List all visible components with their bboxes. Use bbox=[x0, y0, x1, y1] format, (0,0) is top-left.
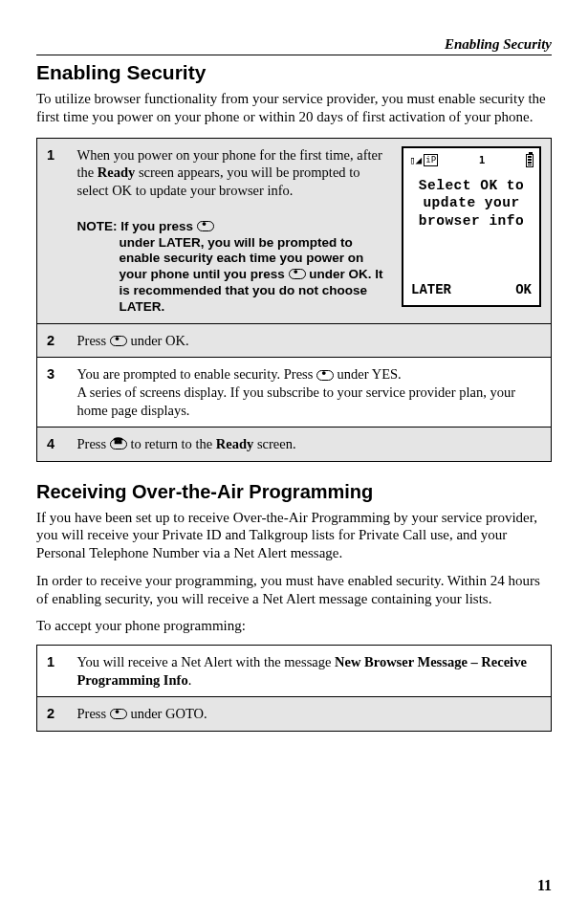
step3-text-c: A series of screens display. If you subs… bbox=[77, 384, 516, 418]
step3-content: You are prompted to enable security. Pre… bbox=[68, 358, 552, 428]
phone-icon bbox=[110, 439, 127, 450]
phone-line3: browser info bbox=[409, 212, 534, 230]
phone-line2: update your bbox=[409, 194, 534, 212]
step4-text-b: to return to the bbox=[127, 436, 216, 451]
step2-content: Press under OK. bbox=[68, 323, 552, 358]
phone-btn-later: LATER bbox=[411, 282, 451, 299]
s2-step2-a: Press bbox=[77, 706, 110, 721]
step1-content: ▯◢ iP 1 Select OK to update your browser… bbox=[68, 138, 552, 323]
button-icon bbox=[110, 336, 127, 346]
s2-step1-content: You will receive a Net Alert with the me… bbox=[68, 646, 552, 697]
note-a: If you press bbox=[120, 219, 197, 233]
button-icon bbox=[289, 269, 306, 279]
page-number: 11 bbox=[537, 877, 552, 894]
step1-num: 1 bbox=[37, 138, 68, 323]
phone-status-bar: ▯◢ iP 1 bbox=[409, 154, 534, 167]
s2-step2-b: under GOTO. bbox=[127, 706, 207, 721]
step1-text-b: Ready bbox=[98, 164, 135, 180]
step4-text-a: Press bbox=[77, 436, 110, 451]
header-section: Enabling Security bbox=[36, 36, 552, 53]
button-icon bbox=[316, 370, 334, 381]
section1-title: Enabling Security bbox=[36, 61, 552, 84]
battery-icon bbox=[526, 154, 534, 167]
step3-text-b: under YES. bbox=[334, 366, 402, 382]
note-label: NOTE: bbox=[77, 219, 121, 233]
s2-step1-a: You will receive a Net Alert with the me… bbox=[77, 654, 336, 669]
phone-screen: ▯◢ iP 1 Select OK to update your browser… bbox=[402, 146, 541, 307]
section2-p1: If you have been set up to receive Over-… bbox=[36, 509, 552, 562]
step4-text-c: Ready bbox=[216, 436, 253, 451]
status-num: 1 bbox=[479, 154, 486, 167]
button-icon bbox=[110, 709, 127, 719]
phone-text: Select OK to update your browser info bbox=[409, 177, 534, 231]
step4-content: Press to return to the Ready screen. bbox=[68, 428, 552, 462]
s2-step2-content: Press under GOTO. bbox=[68, 697, 552, 732]
section1-intro: To utilize browser functionality from yo… bbox=[36, 90, 552, 126]
s2-step1-c: . bbox=[188, 672, 192, 688]
steps-table-2: 1 You will receive a Net Alert with the … bbox=[36, 645, 552, 732]
header-rule bbox=[36, 55, 552, 55]
step4-text-d: screen. bbox=[253, 436, 295, 451]
section2-p2: In order to receive your programming, yo… bbox=[36, 572, 552, 608]
step2-num: 2 bbox=[37, 323, 68, 358]
step2-text-b: under OK. bbox=[127, 333, 189, 348]
button-icon bbox=[197, 221, 214, 231]
s2-step1-num: 1 bbox=[37, 646, 68, 697]
step3-text-a: You are prompted to enable security. Pre… bbox=[77, 366, 316, 382]
step3-num: 3 bbox=[37, 358, 68, 428]
ip-icon: iP bbox=[424, 154, 438, 167]
signal-icon: ▯◢ bbox=[409, 154, 422, 167]
step4-num: 4 bbox=[37, 428, 68, 462]
section2-p3: To accept your phone programming: bbox=[36, 617, 552, 635]
phone-btn-ok: OK bbox=[515, 282, 532, 299]
s2-step2-num: 2 bbox=[37, 697, 68, 732]
phone-line1: Select OK to bbox=[409, 177, 534, 195]
steps-table-1: 1 ▯◢ iP 1 Select OK to update your brows… bbox=[36, 138, 552, 462]
section2-title: Receiving Over-the-Air Programming bbox=[36, 481, 552, 503]
step2-text-a: Press bbox=[77, 333, 110, 348]
